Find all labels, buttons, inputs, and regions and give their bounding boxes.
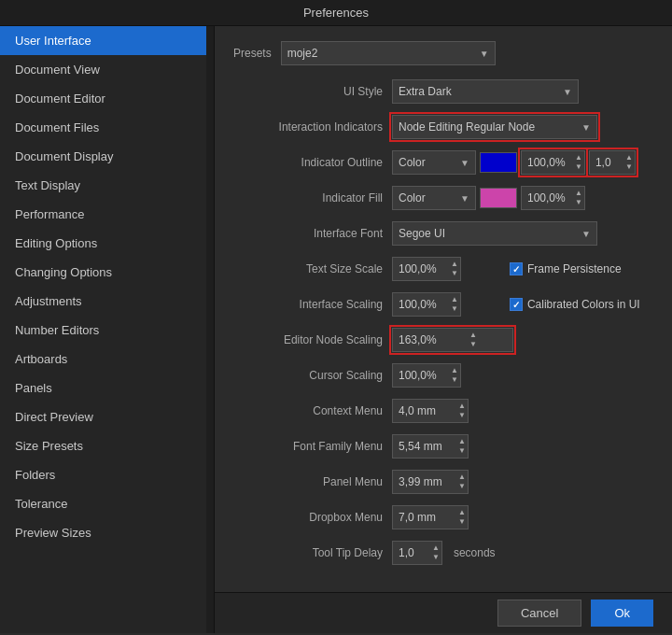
- panel-menu-up-icon[interactable]: ▲: [458, 473, 466, 482]
- cursor-scaling-down-icon[interactable]: ▼: [451, 375, 458, 385]
- sidebar-item-size-presets[interactable]: Size Presets: [0, 431, 206, 460]
- context-menu-arrows: ▲ ▼: [456, 402, 468, 419]
- sidebar-item-document-files[interactable]: Document Files: [0, 113, 206, 142]
- context-menu-input[interactable]: [393, 402, 456, 420]
- dropbox-menu-arrows: ▲ ▼: [456, 508, 468, 526]
- sidebar-item-performance[interactable]: Performance: [0, 200, 206, 229]
- editor-node-scaling-control: ▲ ▼: [392, 328, 653, 352]
- sidebar-item-editing-options[interactable]: Editing Options: [0, 229, 206, 258]
- indicator-fill-percent-spinner[interactable]: ▲ ▼: [521, 186, 585, 210]
- font-family-menu-input[interactable]: [393, 437, 456, 456]
- interaction-indicators-arrow-icon: ▼: [581, 122, 591, 133]
- font-family-menu-up-icon[interactable]: ▲: [458, 437, 466, 446]
- indicator-outline-percent-down-icon[interactable]: ▼: [575, 162, 582, 172]
- context-menu-up-icon[interactable]: ▲: [458, 402, 466, 411]
- cancel-button[interactable]: Cancel: [497, 600, 581, 627]
- tool-tip-delay-down-icon[interactable]: ▼: [432, 553, 440, 562]
- tool-tip-delay-label: Tool Tip Delay: [233, 546, 392, 559]
- panel-menu-row: Panel Menu ▲ ▼: [233, 469, 653, 495]
- font-family-menu-spinner[interactable]: ▲ ▼: [392, 434, 469, 459]
- text-size-scale-up-icon[interactable]: ▲: [451, 260, 458, 269]
- indicator-outline-percent-input[interactable]: [522, 153, 573, 172]
- interface-scaling-row: Interface Scaling ▲ ▼ ✓ Calibrated Color…: [233, 291, 653, 318]
- editor-node-scaling-spinner[interactable]: ▲ ▼: [392, 328, 513, 352]
- dropbox-menu-down-icon[interactable]: ▼: [458, 517, 466, 527]
- cursor-scaling-row: Cursor Scaling ▲ ▼: [233, 362, 653, 388]
- indicator-outline-color-type-dropdown[interactable]: Color ▼: [392, 150, 476, 175]
- indicator-outline-percent-up-icon[interactable]: ▲: [575, 153, 582, 162]
- editor-node-scaling-input[interactable]: [393, 331, 468, 349]
- indicator-fill-swatch[interactable]: [480, 188, 517, 208]
- context-menu-down-icon[interactable]: ▼: [458, 411, 466, 420]
- tool-tip-delay-input[interactable]: [393, 543, 430, 562]
- text-size-scale-down-icon[interactable]: ▼: [451, 269, 458, 278]
- editor-node-scaling-down-icon[interactable]: ▼: [469, 340, 477, 349]
- ok-button[interactable]: Ok: [591, 600, 653, 627]
- font-family-menu-down-icon[interactable]: ▼: [458, 446, 466, 456]
- interface-scaling-input[interactable]: [393, 295, 449, 314]
- indicator-outline-swatch[interactable]: [480, 152, 517, 173]
- sidebar-item-folders[interactable]: Folders: [0, 460, 206, 489]
- indicator-outline-value-up-icon[interactable]: ▲: [625, 153, 633, 162]
- indicator-outline-percent-spinner[interactable]: ▲ ▼: [521, 150, 585, 175]
- interface-scaling-spinner[interactable]: ▲ ▼: [392, 292, 461, 317]
- sidebar-item-preview-sizes[interactable]: Preview Sizes: [0, 518, 206, 547]
- indicator-fill-color-type-value: Color: [399, 191, 426, 205]
- interface-scaling-up-icon[interactable]: ▲: [451, 295, 458, 304]
- indicator-outline-value-down-icon[interactable]: ▼: [625, 162, 633, 172]
- sidebar-item-document-editor[interactable]: Document Editor: [0, 84, 206, 113]
- ui-style-control: Extra Dark ▼: [392, 79, 653, 104]
- text-size-scale-spinner[interactable]: ▲ ▼: [392, 257, 461, 281]
- frame-persistence-checkbox[interactable]: ✓: [510, 262, 523, 275]
- interface-scaling-down-icon[interactable]: ▼: [451, 304, 458, 314]
- editor-node-scaling-row: Editor Node Scaling ▲ ▼: [233, 327, 653, 353]
- tool-tip-delay-spinner[interactable]: ▲ ▼: [392, 541, 442, 565]
- presets-arrow-icon: ▼: [480, 49, 489, 59]
- panel-menu-down-icon[interactable]: ▼: [458, 482, 466, 491]
- sidebar-item-artboards[interactable]: Artboards: [0, 345, 206, 374]
- indicator-fill-color-type-dropdown[interactable]: Color ▼: [392, 186, 476, 210]
- indicator-fill-percent-down-icon[interactable]: ▼: [575, 198, 582, 207]
- dropbox-menu-input[interactable]: [393, 508, 456, 527]
- editor-node-scaling-up-icon[interactable]: ▲: [469, 331, 477, 340]
- context-menu-control: ▲ ▼: [392, 399, 653, 423]
- sidebar-item-adjustments[interactable]: Adjustments: [0, 287, 206, 316]
- indicator-fill-percent-input[interactable]: [522, 189, 573, 207]
- sidebar-item-changing-options[interactable]: Changing Options: [0, 258, 206, 287]
- calibrated-colors-checkbox[interactable]: ✓: [510, 298, 523, 311]
- sidebar-item-number-editors[interactable]: Number Editors: [0, 316, 206, 345]
- dropbox-menu-spinner[interactable]: ▲ ▼: [392, 505, 469, 529]
- sidebar-scrollbar[interactable]: [206, 26, 214, 633]
- cursor-scaling-up-icon[interactable]: ▲: [451, 366, 458, 375]
- panel-menu-label: Panel Menu: [233, 475, 392, 488]
- text-size-scale-input[interactable]: [393, 260, 449, 278]
- indicator-fill-percent-up-icon[interactable]: ▲: [575, 189, 582, 198]
- interaction-indicators-dropdown[interactable]: Node Editing Regular Node ▼: [392, 115, 597, 139]
- frame-persistence-checkbox-wrap[interactable]: ✓ Frame Persistence: [510, 262, 622, 275]
- sidebar-item-panels[interactable]: Panels: [0, 374, 206, 402]
- panel-menu-input[interactable]: [393, 473, 456, 491]
- indicator-fill-percent-arrows: ▲ ▼: [573, 189, 584, 206]
- sidebar-item-direct-preview[interactable]: Direct Preview: [0, 402, 206, 431]
- presets-dropdown[interactable]: moje2 ▼: [281, 41, 496, 65]
- sidebar-item-user-interface[interactable]: User Interface: [0, 26, 206, 55]
- cursor-scaling-spinner[interactable]: ▲ ▼: [392, 363, 461, 388]
- indicator-outline-value-input[interactable]: [590, 153, 623, 172]
- indicator-outline-value-spinner[interactable]: ▲ ▼: [589, 150, 636, 175]
- interface-font-dropdown[interactable]: Segoe UI ▼: [392, 221, 597, 246]
- cursor-scaling-input[interactable]: [393, 366, 449, 385]
- sidebar: User InterfaceDocument ViewDocument Edit…: [0, 26, 215, 633]
- context-menu-spinner[interactable]: ▲ ▼: [392, 399, 469, 423]
- tool-tip-delay-up-icon[interactable]: ▲: [432, 543, 440, 553]
- text-size-scale-arrows: ▲ ▼: [449, 260, 460, 277]
- sidebar-item-tolerance[interactable]: Tolerance: [0, 489, 206, 518]
- sidebar-item-document-view[interactable]: Document View: [0, 55, 206, 84]
- panel-menu-spinner[interactable]: ▲ ▼: [392, 470, 469, 494]
- sidebar-item-document-display[interactable]: Document Display: [0, 142, 206, 171]
- sidebar-item-text-display[interactable]: Text Display: [0, 171, 206, 200]
- dropbox-menu-up-icon[interactable]: ▲: [458, 508, 466, 517]
- context-menu-label: Context Menu: [233, 404, 392, 417]
- ui-style-dropdown[interactable]: Extra Dark ▼: [392, 79, 579, 104]
- interface-font-arrow-icon: ▼: [581, 229, 591, 239]
- calibrated-colors-checkbox-wrap[interactable]: ✓ Calibrated Colors in UI: [510, 298, 640, 311]
